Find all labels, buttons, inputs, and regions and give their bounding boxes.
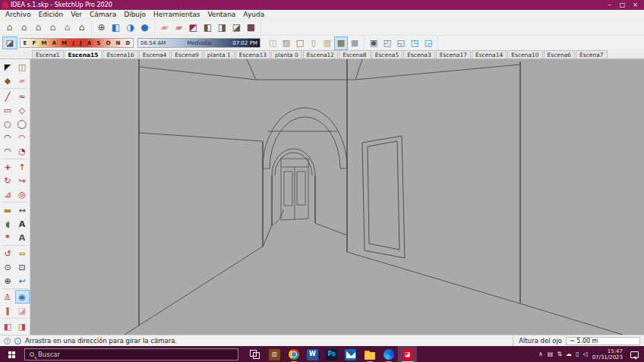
taskbar-app-word[interactable]: W bbox=[303, 346, 322, 362]
taskbar-clock[interactable]: 15:47 07/31/2023 bbox=[592, 348, 623, 361]
display-section-planes-tool[interactable]: ◧ bbox=[1, 320, 15, 333]
scene-tab-escena15[interactable]: Escena15 bbox=[65, 50, 103, 58]
menu-ventana[interactable]: Ventana bbox=[204, 10, 239, 19]
question-icon[interactable]: ? bbox=[4, 338, 11, 345]
zoom-extents-tool[interactable]: ⊕ bbox=[1, 274, 15, 288]
pie-tool[interactable]: ◔ bbox=[15, 144, 30, 158]
taskbar-app-photoshop[interactable]: Ps bbox=[322, 346, 341, 362]
scene-tab-escena7[interactable]: Escena7 bbox=[576, 50, 608, 58]
wireframe-style-icon[interactable]: □ bbox=[293, 36, 307, 50]
display-section-cuts-icon[interactable]: ◨ bbox=[215, 20, 229, 34]
menu-cámara[interactable]: Cámara bbox=[86, 10, 120, 19]
tray-cloud-icon[interactable]: ☁ bbox=[566, 351, 572, 357]
tray-input-icon[interactable]: ▤ bbox=[548, 351, 554, 357]
scene-tab-escena5[interactable]: Escena5 bbox=[371, 50, 403, 58]
scene-tab-escena4[interactable]: Escena4 bbox=[139, 50, 171, 58]
walk-tool[interactable]: ‖ bbox=[1, 304, 15, 317]
scene-tab-escena17[interactable]: Escena17 bbox=[436, 50, 471, 58]
section-display-icon[interactable]: ▰ bbox=[172, 20, 186, 34]
front-view-icon[interactable]: ⌂ bbox=[31, 20, 46, 34]
position-camera-icon[interactable]: ◧ bbox=[109, 20, 123, 34]
tray-battery-icon[interactable]: ▯ bbox=[576, 351, 579, 357]
move-tool[interactable]: + bbox=[1, 160, 15, 174]
walk-icon[interactable]: ● bbox=[137, 20, 152, 34]
eraser-tool[interactable]: ▰ bbox=[15, 74, 30, 87]
menu-herramientas[interactable]: Herramientas bbox=[150, 10, 204, 19]
orbit-tool[interactable]: ↺ bbox=[1, 247, 15, 260]
taskbar-search-input[interactable]: Buscar bbox=[24, 348, 238, 360]
menu-edición[interactable]: Edición bbox=[35, 10, 68, 19]
section-push-icon[interactable]: ◩ bbox=[186, 20, 200, 34]
rotate-tool[interactable]: ↻ bbox=[1, 174, 15, 187]
scene-tab-escena16[interactable]: Escena16 bbox=[103, 50, 137, 58]
look-around-tool[interactable]: ◉ bbox=[15, 290, 30, 304]
display-section-planes-icon[interactable]: ◧ bbox=[200, 20, 215, 34]
scale-tool[interactable]: ⊿ bbox=[1, 187, 15, 201]
taskbar-app-mail[interactable] bbox=[341, 346, 360, 362]
style-preset-2-icon[interactable]: ◰ bbox=[380, 36, 394, 50]
zoom-tool[interactable]: ⊙ bbox=[1, 260, 15, 274]
navigation-compass-icon[interactable]: ⊕ bbox=[94, 20, 109, 34]
top-view-icon[interactable]: ⌂ bbox=[17, 20, 31, 34]
shadow-time-slider[interactable]: 06:54 AM Mediodía 07:02 PM bbox=[137, 38, 260, 48]
info-icon[interactable]: i bbox=[14, 338, 21, 345]
measurements-box[interactable]: ~ 5.00 m bbox=[566, 337, 640, 345]
make-component-tool[interactable]: ◫ bbox=[15, 60, 30, 74]
text-tool[interactable]: A bbox=[15, 217, 30, 231]
display-section-fills-icon[interactable]: ◪ bbox=[229, 20, 244, 34]
tray-network-icon[interactable]: ⇅ bbox=[557, 351, 562, 357]
scene-tab-escena3[interactable]: Escena3 bbox=[403, 50, 435, 58]
scene-tab-escena8[interactable]: Escena8 bbox=[339, 50, 371, 58]
scene-tab-planta-0[interactable]: planta 0 bbox=[271, 50, 302, 58]
scene-tab-escena6[interactable]: Escena6 bbox=[544, 50, 576, 58]
monochrome-style-icon[interactable]: ■ bbox=[348, 36, 361, 50]
taskbar-app-chrome[interactable] bbox=[284, 346, 303, 362]
rotated-rectangle-tool[interactable]: ◇ bbox=[15, 103, 30, 117]
section-troubleshoot-icon[interactable]: ■ bbox=[244, 20, 258, 34]
model-viewport[interactable] bbox=[30, 59, 644, 335]
xray-style-icon[interactable]: ◫ bbox=[266, 36, 279, 50]
pan-tool[interactable]: ⇔ bbox=[15, 247, 30, 260]
scene-tab-planta-1[interactable]: planta 1 bbox=[204, 50, 235, 58]
tray-chevron-icon[interactable]: ∧ bbox=[538, 351, 543, 357]
taskbar-app-sketchup[interactable]: ◪ bbox=[398, 346, 417, 362]
freehand-tool[interactable]: ≈ bbox=[15, 90, 30, 103]
back-view-icon[interactable]: ⌂ bbox=[60, 20, 74, 34]
style-preset-5-icon[interactable]: ◲ bbox=[421, 36, 435, 50]
select-tool[interactable]: ◤ bbox=[1, 60, 15, 74]
protractor-tool[interactable]: ◖ bbox=[1, 217, 15, 231]
paint-bucket-tool[interactable]: ◆ bbox=[1, 74, 15, 87]
style-preset-4-icon[interactable]: ◳ bbox=[408, 36, 421, 50]
line-tool[interactable]: ╱ bbox=[1, 90, 15, 103]
offset-tool[interactable]: ◎ bbox=[15, 187, 30, 201]
shadows-toggle-button[interactable]: ◪ bbox=[2, 36, 17, 49]
shaded-textures-style-icon[interactable]: ▩ bbox=[334, 36, 348, 50]
tray-volume-icon[interactable]: ◁ bbox=[582, 351, 587, 357]
push-pull-tool[interactable]: ↑ bbox=[15, 160, 30, 174]
tape-measure-tool[interactable]: ▬ bbox=[1, 203, 15, 217]
circle-tool[interactable]: ○ bbox=[1, 117, 15, 131]
look-around-icon[interactable]: ◑ bbox=[123, 20, 137, 34]
arc-tool[interactable]: ◠ bbox=[1, 131, 15, 144]
section-plane-tool[interactable]: ◪ bbox=[15, 304, 30, 317]
three-point-arc-tool[interactable]: ◠ bbox=[1, 144, 15, 158]
two-point-arc-tool[interactable]: ◠ bbox=[15, 131, 30, 144]
shadow-month-slider[interactable]: EFMAMJJASOND bbox=[20, 38, 134, 48]
previous-view-tool[interactable]: ↩ bbox=[15, 274, 30, 288]
menu-dibujo[interactable]: Dibujo bbox=[120, 10, 150, 19]
right-view-icon[interactable]: ⌂ bbox=[46, 20, 60, 34]
back-edges-style-icon[interactable]: ▨ bbox=[279, 36, 293, 50]
3d-text-tool[interactable]: A bbox=[15, 231, 30, 244]
rectangle-tool[interactable]: ▭ bbox=[1, 103, 15, 117]
menu-ayuda[interactable]: Ayuda bbox=[239, 10, 268, 19]
minimize-button[interactable]: – bbox=[603, 0, 616, 10]
taskbar-app-edge[interactable] bbox=[379, 346, 398, 362]
style-preset-3-icon[interactable]: ◱ bbox=[394, 36, 408, 50]
position-camera-tool[interactable]: ♙ bbox=[1, 290, 15, 304]
scene-tab-escena1[interactable]: Escena1 bbox=[32, 50, 64, 58]
close-button[interactable]: × bbox=[629, 0, 642, 10]
follow-me-tool[interactable]: ↪ bbox=[15, 174, 30, 187]
scene-tab-escena10[interactable]: Escena10 bbox=[507, 50, 542, 58]
style-preset-1-icon[interactable]: ▣ bbox=[367, 36, 380, 50]
scene-tab-escena13[interactable]: Escena13 bbox=[235, 50, 270, 58]
